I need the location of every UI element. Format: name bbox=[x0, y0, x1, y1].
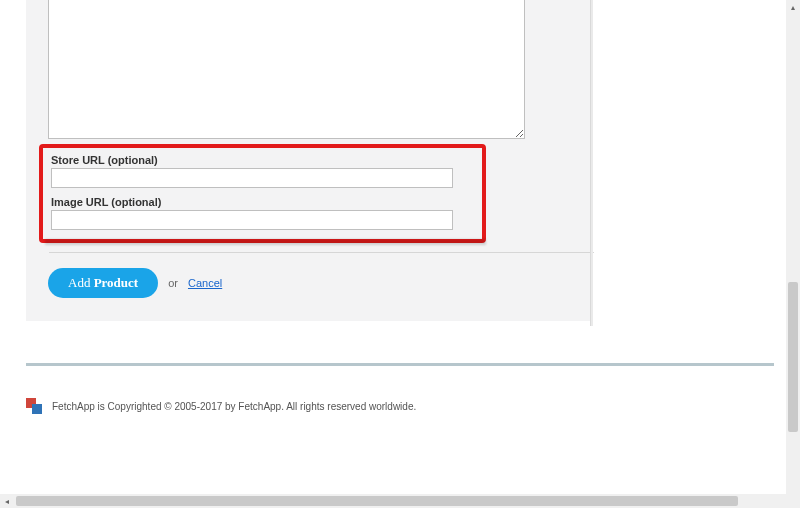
store-url-input[interactable] bbox=[51, 168, 453, 188]
description-textarea[interactable] bbox=[48, 0, 525, 139]
btn-text-plain: Add bbox=[68, 275, 94, 290]
image-url-input[interactable] bbox=[51, 210, 453, 230]
scroll-up-arrow-icon[interactable]: ▴ bbox=[786, 0, 800, 14]
form-panel: Store URL (optional) Image URL (optional… bbox=[26, 0, 590, 321]
fetchapp-logo-icon bbox=[26, 398, 44, 414]
horizontal-scrollbar[interactable]: ◂ ▸ bbox=[0, 494, 800, 508]
store-url-label: Store URL (optional) bbox=[51, 154, 474, 166]
url-fields-highlight: Store URL (optional) Image URL (optional… bbox=[39, 144, 486, 243]
or-text: or bbox=[168, 277, 178, 289]
copyright-text: FetchApp is Copyrighted © 2005-2017 by F… bbox=[52, 401, 416, 412]
divider bbox=[49, 252, 594, 253]
h-scroll-thumb[interactable] bbox=[16, 496, 738, 506]
add-product-button[interactable]: Add Product bbox=[48, 268, 158, 298]
cancel-link[interactable]: Cancel bbox=[188, 277, 222, 289]
scroll-corner bbox=[786, 494, 800, 508]
footer-divider bbox=[26, 363, 774, 366]
btn-text-bold: Product bbox=[94, 275, 139, 290]
panel-resize-edge bbox=[590, 0, 593, 326]
image-url-label: Image URL (optional) bbox=[51, 196, 474, 208]
scroll-left-arrow-icon[interactable]: ◂ bbox=[0, 494, 14, 508]
vertical-scrollbar[interactable]: ▴ bbox=[786, 0, 800, 494]
v-scroll-thumb[interactable] bbox=[788, 282, 798, 432]
v-scroll-track[interactable] bbox=[786, 14, 800, 494]
